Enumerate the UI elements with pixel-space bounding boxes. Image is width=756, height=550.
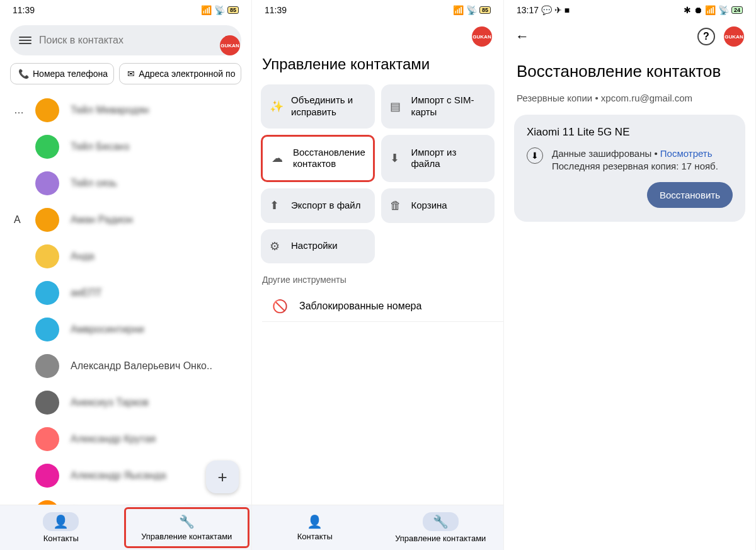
list-item[interactable]: Анексиуз Тарков	[0, 384, 251, 421]
nav-contacts[interactable]: 👤 Контакты	[0, 505, 122, 550]
search-bar[interactable]: ⋮	[10, 25, 241, 55]
contact-name: Тейл Мевародян	[71, 105, 251, 116]
contact-name: Амвросинтирни	[71, 324, 251, 335]
nav-manage[interactable]: 🔧 Управление контактами	[378, 505, 504, 550]
help-icon[interactable]: ?	[697, 28, 715, 45]
status-bar: 11:39 📶📡 85	[252, 0, 503, 18]
last-backup-label: Последняя резервная копия: 17 нояб.	[552, 161, 718, 171]
person-icon: 👤	[43, 512, 79, 531]
nav-manage[interactable]: 🔧 Управление контактами	[124, 507, 250, 548]
chip-email-label: Адреса электронной по	[139, 69, 235, 79]
chip-email[interactable]: ✉ Адреса электронной по	[119, 63, 241, 84]
action-label: Импорт с SIM-карты	[411, 95, 486, 118]
list-item[interactable]: Александр Плисимимая Ро	[0, 494, 251, 505]
settings-button[interactable]: ⚙Настройки	[261, 229, 375, 264]
nav-manage-label: Управление контактами	[395, 534, 486, 543]
device-name: Xiaomi 11 Lite 5G NE	[527, 126, 733, 139]
export-file-button[interactable]: ⬆Экспорт в файл	[261, 188, 375, 223]
contact-avatar	[35, 135, 59, 159]
import-file-button[interactable]: ⬇Импорт из файла	[381, 135, 495, 183]
search-input[interactable]	[39, 35, 212, 46]
device-card: Xiaomi 11 Lite 5G NE ⬇ Данные зашифрован…	[514, 115, 745, 222]
avatar[interactable]: GUKAN	[724, 26, 744, 47]
block-icon: 🚫	[272, 299, 288, 314]
status-icons: 📶📡 85	[201, 5, 239, 15]
contact-name: Анексиуз Тарков	[71, 397, 251, 408]
alpha-section: …	[14, 105, 24, 116]
list-item[interactable]: Тейл Бесанз	[0, 129, 251, 165]
merge-fix-button[interactable]: ✨Объединить и исправить	[261, 84, 375, 129]
wand-icon: ✨	[270, 100, 284, 114]
list-item[interactable]: Александр Крутая	[0, 421, 251, 457]
panel-contacts: 11:39 📶📡 85 ⋮ GUKAN 📞 Номера телефона ✉ …	[0, 0, 252, 550]
nav-manage-label: Управление контактами	[141, 532, 232, 541]
status-bar: 11:39 📶📡 85	[0, 0, 251, 18]
status-time: 11:39	[265, 5, 287, 15]
chip-phone[interactable]: 📞 Номера телефона	[10, 63, 114, 84]
contact-name: Тейл Бесанз	[71, 141, 251, 152]
contact-list[interactable]: …Тейл Мевародян Тейл Бесанз Тейл оязь АА…	[0, 89, 251, 505]
page-title: Управление контактами	[252, 55, 503, 84]
contact-avatar	[35, 391, 59, 415]
import-sim-button[interactable]: ▤Импорт с SIM-карты	[381, 84, 495, 129]
contact-avatar	[35, 208, 59, 232]
contact-name: Александр Валерьевич Онко..	[71, 360, 251, 372]
restore-contacts-button[interactable]: ☁Восстановление контактов	[261, 135, 375, 183]
list-item[interactable]: ААман Радион	[0, 202, 251, 238]
view-link[interactable]: Посмотреть	[660, 148, 713, 159]
back-icon[interactable]: ←	[515, 28, 529, 45]
nav-contacts-label: Контакты	[297, 532, 333, 541]
contact-avatar	[35, 318, 59, 341]
action-grid: ✨Объединить и исправить ▤Импорт с SIM-ка…	[252, 84, 503, 263]
page-title: Восстановление контактов	[504, 55, 755, 93]
status-bar: 13:17 💬 ✈ ■ ✱ ⏺ 📶 📡 24	[504, 0, 755, 18]
trash-button[interactable]: 🗑Корзина	[381, 188, 495, 223]
filter-chips: 📞 Номера телефона ✉ Адреса электронной п…	[0, 63, 251, 84]
cloud-icon: ☁	[272, 151, 285, 166]
bottom-nav: 👤 Контакты 🔧 Управление контактами	[0, 505, 251, 550]
plus-icon: +	[217, 467, 227, 487]
restore-button[interactable]: Восстановить	[647, 182, 733, 208]
battery-badge: 85	[227, 6, 239, 14]
panel-manage: 11:39 📶📡 85 GUKAN Управление контактами …	[252, 0, 504, 550]
device-meta: ⬇ Данные зашифрованы • Посмотреть Послед…	[527, 147, 733, 173]
gear-icon: ⚙	[270, 239, 284, 254]
avatar[interactable]: GUKAN	[220, 35, 240, 55]
upload-icon: ⬆	[270, 198, 284, 213]
alpha-section: А	[14, 214, 21, 226]
nav-contacts[interactable]: 👤 Контакты	[252, 505, 378, 550]
contact-avatar	[35, 281, 59, 305]
contact-avatar	[35, 244, 59, 268]
list-item[interactable]: аеЕПТ	[0, 275, 251, 311]
status-icons: ✱ ⏺ 📶 📡 24	[684, 5, 743, 15]
avatar[interactable]: GUKAN	[472, 26, 492, 47]
list-item[interactable]: Тейл оязь	[0, 165, 251, 202]
other-tools-heading: Другие инструменты	[252, 263, 503, 291]
fab-add-button[interactable]: +	[206, 461, 239, 493]
device-text: Данные зашифрованы • Посмотреть Последня…	[552, 147, 733, 173]
blocked-numbers-row[interactable]: 🚫 Заблокированные номера	[262, 291, 503, 322]
status-time: 11:39	[13, 5, 35, 15]
email-icon: ✉	[127, 69, 135, 79]
wrench-icon: 🔧	[179, 514, 195, 529]
bottom-nav: 👤 Контакты 🔧 Управление контактами	[252, 505, 503, 550]
action-label: Корзина	[411, 200, 447, 212]
panel-restore: 13:17 💬 ✈ ■ ✱ ⏺ 📶 📡 24 ← ? GUKAN Восстан…	[504, 0, 756, 550]
action-label: Объединить и исправить	[291, 95, 366, 118]
list-item[interactable]: Анда	[0, 238, 251, 275]
download-icon: ⬇	[390, 151, 404, 166]
status-time: 13:17 💬 ✈ ■	[517, 5, 570, 15]
contact-avatar	[35, 171, 59, 195]
action-label: Восстановление контактов	[293, 147, 365, 171]
contact-avatar	[35, 427, 59, 451]
topbar: GUKAN	[252, 18, 503, 55]
contact-name: Александр Крутая	[71, 433, 251, 445]
action-label: Импорт из файла	[411, 147, 486, 171]
list-item[interactable]: Александр Валерьевич Онко..	[0, 348, 251, 384]
list-item[interactable]: …Тейл Мевародян	[0, 92, 251, 129]
list-item[interactable]: Амвросинтирни	[0, 311, 251, 348]
menu-icon[interactable]	[19, 35, 32, 46]
contact-avatar	[35, 500, 59, 505]
contact-name: Аман Радион	[71, 214, 251, 226]
chip-phone-label: Номера телефона	[33, 69, 108, 79]
